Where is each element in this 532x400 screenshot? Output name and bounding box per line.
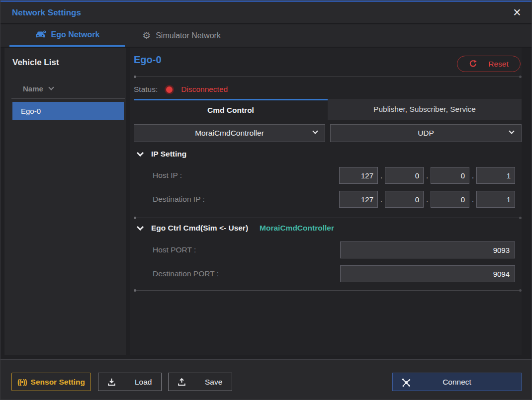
host-ip-octet-2[interactable] (385, 167, 424, 184)
host-port-label: Host PORT : (153, 245, 196, 254)
subtab-publisher-subscriber-service[interactable]: Publisher, Subscriber, Service (328, 99, 522, 120)
vehicle-list-title: Vehicle List (12, 58, 59, 68)
destination-ip-octet-4[interactable] (476, 191, 515, 208)
chevron-down-icon (312, 128, 318, 134)
ego-network-content: Ego-0 Reset Status: Disconnected Cmd Con… (130, 48, 522, 355)
destination-port-row: Destination PORT : (153, 265, 515, 282)
gear-icon: ⚙ (142, 31, 151, 40)
save-label: Save (205, 378, 222, 387)
ip-dot-separator (469, 195, 476, 204)
car-icon (35, 30, 46, 39)
load-label: Load (135, 378, 152, 387)
host-ip-label: Host IP : (153, 171, 182, 180)
controller-dropdown-value: MoraiCmdController (195, 129, 264, 138)
subtab-cmd-control[interactable]: Cmd Control (134, 99, 328, 120)
host-ip-row: Host IP : (153, 167, 515, 184)
status-value: Disconnected (181, 85, 228, 94)
host-port-input[interactable] (340, 241, 515, 258)
name-column-label: Name (23, 84, 43, 93)
tab-simulator-network[interactable]: ⚙ Simulator Network (128, 24, 235, 47)
titlebar: Network Settings × (0, 2, 532, 24)
ego-ctrl-controller-name: MoraiCmdController (260, 224, 334, 233)
tab-ego-network[interactable]: Ego Network (9, 24, 125, 47)
host-ip-octet-1[interactable] (339, 167, 378, 184)
broadcast-icon: ((•)) (17, 378, 27, 386)
status-dot-icon (166, 86, 173, 93)
vehicle-list-panel: Vehicle List Name Ego-0 (4, 48, 126, 355)
reset-button[interactable]: Reset (457, 56, 521, 72)
host-ip-inputs (339, 167, 515, 184)
collapse-chevron-icon (137, 224, 144, 231)
host-ip-octet-3[interactable] (431, 167, 469, 184)
vehicle-list-name-header[interactable]: Name (11, 79, 125, 99)
section-divider (134, 290, 522, 291)
destination-ip-octet-3[interactable] (431, 191, 469, 208)
collapse-chevron-icon (137, 150, 144, 157)
close-button[interactable]: × (509, 4, 526, 21)
network-settings-dialog: Network Settings × Ego Network ⚙ Simulat… (0, 0, 532, 400)
sensor-setting-label: Sensor Setting (31, 378, 85, 387)
vehicle-row-label: Ego-0 (21, 107, 41, 115)
status-row: Status: Disconnected (134, 82, 228, 97)
header-divider (134, 77, 522, 77)
destination-port-input[interactable] (340, 265, 515, 282)
selected-vehicle-title: Ego-0 (134, 54, 162, 66)
destination-ip-octet-2[interactable] (385, 191, 424, 208)
controller-dropdown[interactable]: MoraiCmdController (134, 124, 325, 142)
vehicle-row-ego-0[interactable]: Ego-0 (12, 102, 124, 120)
chevron-down-icon (48, 84, 54, 90)
tab-simulator-network-label: Simulator Network (156, 31, 221, 40)
protocol-dropdown-row: MoraiCmdController UDP (134, 124, 522, 142)
control-subtabs: Cmd Control Publisher, Subscriber, Servi… (134, 99, 522, 120)
destination-ip-octet-1[interactable] (339, 191, 378, 208)
reset-label: Reset (488, 60, 509, 69)
footer-toolbar: ((•)) Sensor Setting Load Save (0, 360, 532, 400)
ego-ctrl-section-header[interactable]: Ego Ctrl Cmd(Sim <- User) MoraiCmdContro… (138, 224, 334, 233)
ego-ctrl-title: Ego Ctrl Cmd(Sim <- User) (151, 224, 248, 233)
ip-dot-separator (378, 171, 385, 180)
network-tab-bar: Ego Network ⚙ Simulator Network (0, 24, 532, 48)
chevron-down-icon (509, 128, 514, 134)
network-node-icon (401, 377, 412, 388)
ip-dot-separator (424, 195, 431, 204)
protocol-dropdown-value: UDP (418, 129, 434, 138)
destination-port-label: Destination PORT : (153, 269, 219, 278)
ip-setting-section-header[interactable]: IP Setting (138, 150, 186, 159)
upload-icon (177, 377, 186, 387)
destination-ip-label: Destination IP : (153, 195, 205, 204)
ip-dot-separator (424, 171, 431, 180)
connect-label: Connect (443, 378, 471, 387)
ip-dot-separator (469, 171, 476, 180)
protocol-dropdown[interactable]: UDP (330, 124, 522, 142)
load-button[interactable]: Load (98, 373, 162, 391)
host-ip-octet-4[interactable] (476, 167, 515, 184)
download-icon (107, 377, 116, 387)
tab-ego-network-label: Ego Network (51, 30, 100, 39)
destination-ip-inputs (339, 191, 515, 208)
sensor-setting-button[interactable]: ((•)) Sensor Setting (11, 373, 91, 391)
subtab-cmd-control-label: Cmd Control (207, 106, 254, 115)
host-port-row: Host PORT : (153, 241, 515, 258)
ip-dot-separator (378, 195, 385, 204)
status-label: Status: (134, 85, 158, 94)
destination-ip-row: Destination IP : (153, 191, 515, 208)
ip-setting-title: IP Setting (151, 150, 186, 159)
reset-icon (469, 60, 477, 68)
subtab-pubsub-label: Publisher, Subscriber, Service (373, 105, 476, 114)
close-icon: × (513, 5, 521, 20)
save-button[interactable]: Save (168, 373, 232, 391)
connect-button[interactable]: Connect (392, 373, 522, 391)
window-title: Network Settings (12, 2, 81, 23)
section-divider (134, 218, 522, 218)
